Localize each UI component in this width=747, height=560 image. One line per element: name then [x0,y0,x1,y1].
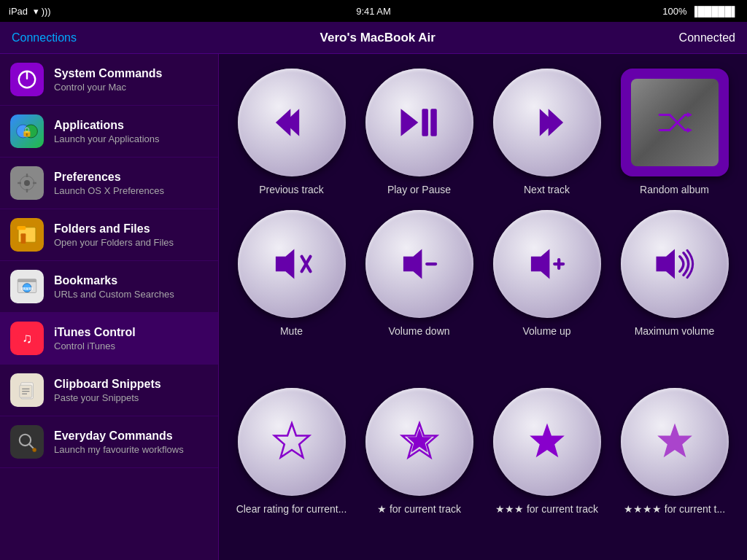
one-star-button[interactable]: ★ for current track [361,388,477,515]
svg-text:www: www [20,286,34,291]
svg-rect-13 [21,235,26,244]
svg-marker-51 [657,424,692,458]
everyday-subtitle: Launch my favourite workflows [54,444,184,455]
sidebar-item-bookmarks[interactable]: www Bookmarks URLs and Custom Searches [0,261,218,313]
status-right: 100% ▐█████▌ [662,6,738,17]
random-album-button[interactable]: Random album [616,69,732,195]
rating-button-grid: Clear rating for current... ★ for curren… [233,388,732,515]
wifi-icon: ▾ ))) [34,6,51,17]
mute-label: Mute [280,325,303,337]
clipboard-subtitle: Paste your Snippets [54,392,161,403]
folders-files-text: Folders and Files Open your Folders and … [54,222,174,248]
bookmarks-icon: www [10,270,44,303]
sidebar: System Commands Control your Mac 🔒 Appli… [0,54,219,560]
three-star-button[interactable]: ★★★ for current track [489,388,605,515]
preferences-icon [10,166,44,200]
content-area: Previous track Play or Pause [219,54,747,560]
connections-button[interactable]: Connections [12,31,77,44]
folders-files-subtitle: Open your Folders and Files [54,237,174,248]
status-bar: iPad ▾ ))) 9:41 AM 100% ▐█████▌ [0,0,747,22]
sidebar-item-system-commands[interactable]: System Commands Control your Mac [0,54,218,106]
svg-marker-30 [275,109,290,136]
media-button-grid: Previous track Play or Pause [233,69,732,195]
preferences-title: Preferences [54,171,164,184]
mute-button[interactable]: Mute [233,210,349,337]
svg-marker-43 [530,249,549,279]
applications-text: Applications Launch your Applications [54,119,160,144]
volume-down-label: Volume down [388,325,449,337]
four-star-label: ★★★★ for current t... [624,503,725,515]
svg-marker-50 [530,424,565,458]
bookmarks-text: Bookmarks URLs and Custom Searches [54,274,174,300]
four-star-button[interactable]: ★★★★ for current t... [616,388,732,515]
itunes-text: iTunes Control Control iTunes [54,326,136,351]
volume-up-label: Volume up [522,325,570,337]
clipboard-text: Clipboard Snippets Paste your Snippets [54,378,161,403]
itunes-icon: ♫ [10,322,44,355]
svg-rect-12 [17,226,26,230]
bookmarks-subtitle: URLs and Custom Searches [54,289,174,300]
sidebar-item-applications[interactable]: 🔒 Applications Launch your Applications [0,106,218,158]
preferences-text: Preferences Launch OS X Preferences [54,171,164,196]
svg-rect-1 [26,71,28,79]
system-commands-icon [10,63,44,96]
svg-text:♫: ♫ [22,330,32,346]
folders-files-title: Folders and Files [54,222,174,236]
spacer [233,351,732,373]
next-track-button[interactable]: Next track [489,69,605,195]
status-left: iPad ▾ ))) [9,6,51,17]
applications-title: Applications [54,119,160,132]
volume-down-button[interactable]: Volume down [361,210,477,337]
preferences-subtitle: Launch OS X Preferences [54,185,164,196]
everyday-title: Everyday Commands [54,429,184,443]
battery-icon: ▐█████▌ [692,6,738,17]
prev-track-label: Previous track [259,184,324,195]
nav-bar: Connections Vero's MacBook Air Connected [0,22,747,54]
main-layout: System Commands Control your Mac 🔒 Appli… [0,54,747,560]
play-pause-button[interactable]: Play or Pause [361,69,477,195]
bookmarks-title: Bookmarks [54,274,174,287]
svg-rect-32 [422,109,428,136]
clear-rating-label: Clear rating for current... [236,503,347,515]
battery-label: 100% [662,6,686,17]
volume-up-button[interactable]: Volume up [489,210,605,337]
folders-icon [10,218,44,252]
volume-button-grid: Mute Volume down [233,210,732,337]
max-volume-button[interactable]: Maximum volume [616,210,732,337]
svg-marker-37 [686,128,692,133]
clipboard-title: Clipboard Snippets [54,378,161,391]
sidebar-item-everyday-commands[interactable]: Everyday Commands Launch my favourite wo… [0,416,218,468]
svg-marker-41 [403,249,422,279]
sidebar-item-preferences[interactable]: Preferences Launch OS X Preferences [0,158,218,209]
svg-marker-35 [548,109,562,136]
play-pause-label: Play or Pause [387,184,451,195]
status-time: 9:41 AM [356,6,391,17]
nav-title: Vero's MacBook Air [320,31,436,45]
itunes-title: iTunes Control [54,326,136,339]
one-star-label: ★ for current track [377,503,461,515]
system-commands-text: System Commands Control your Mac [54,67,163,93]
sidebar-item-folders-files[interactable]: Folders and Files Open your Folders and … [0,209,218,261]
clipboard-icon [10,373,44,407]
svg-marker-36 [686,112,692,117]
everyday-icon [10,425,44,459]
prev-track-button[interactable]: Previous track [233,69,349,195]
sidebar-item-itunes-control[interactable]: ♫ iTunes Control Control iTunes [0,313,218,365]
svg-point-6 [24,180,30,186]
svg-rect-33 [430,109,437,136]
three-star-label: ★★★ for current track [495,503,598,515]
sidebar-item-clipboard-snippets[interactable]: Clipboard Snippets Paste your Snippets [0,365,218,416]
svg-rect-14 [21,233,26,236]
connected-status: Connected [679,31,735,44]
system-commands-title: System Commands [54,67,163,80]
svg-rect-16 [18,279,36,282]
svg-marker-46 [656,249,675,279]
carrier-label: iPad [9,6,28,17]
itunes-subtitle: Control iTunes [54,341,136,351]
next-track-label: Next track [524,184,570,195]
svg-text:🔒: 🔒 [21,126,33,138]
svg-point-28 [33,448,36,452]
clear-rating-button[interactable]: Clear rating for current... [233,388,349,515]
svg-marker-31 [400,109,418,136]
svg-marker-47 [274,424,309,458]
